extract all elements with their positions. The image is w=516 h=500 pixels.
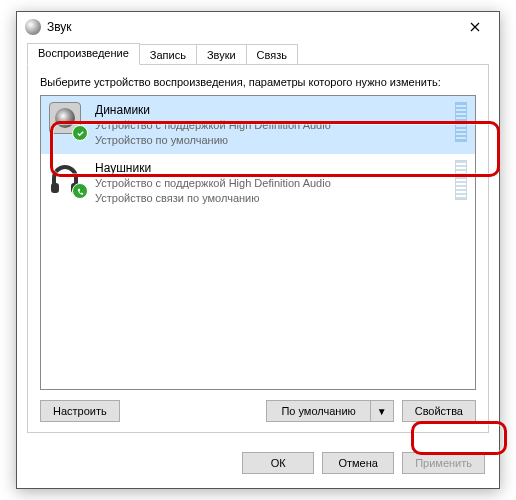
title-bar: Звук xyxy=(17,12,499,42)
tab-playback[interactable]: Воспроизведение xyxy=(27,43,140,65)
tab-communications[interactable]: Связь xyxy=(246,44,298,65)
device-status: Устройство связи по умолчанию xyxy=(95,191,445,206)
set-default-button[interactable]: По умолчанию ▼ xyxy=(266,400,393,422)
dropdown-arrow-icon[interactable]: ▼ xyxy=(371,401,393,421)
device-name: Наушники xyxy=(95,160,445,176)
device-list[interactable]: Динамики Устройство с поддержкой High De… xyxy=(40,95,476,390)
cancel-button[interactable]: Отмена xyxy=(322,452,394,474)
playback-panel: Выберите устройство воспроизведения, пар… xyxy=(27,64,489,433)
panel-button-row: Настроить По умолчанию ▼ Свойства xyxy=(40,400,476,422)
window-title: Звук xyxy=(47,20,455,34)
ok-button[interactable]: ОК xyxy=(242,452,314,474)
device-item-speakers[interactable]: Динамики Устройство с поддержкой High De… xyxy=(41,96,475,154)
properties-button[interactable]: Свойства xyxy=(402,400,476,422)
device-text: Динамики Устройство с поддержкой High De… xyxy=(95,102,445,148)
device-name: Динамики xyxy=(95,102,445,118)
sound-dialog: Звук Воспроизведение Запись Звуки Связь … xyxy=(16,11,500,489)
close-button[interactable] xyxy=(455,13,495,41)
speaker-icon xyxy=(49,102,85,138)
close-icon xyxy=(470,22,480,32)
set-default-label: По умолчанию xyxy=(267,401,370,421)
default-comm-icon xyxy=(72,183,88,199)
device-item-headphones[interactable]: Наушники Устройство с поддержкой High De… xyxy=(41,154,475,212)
instruction-text: Выберите устройство воспроизведения, пар… xyxy=(40,75,476,89)
device-status: Устройство по умолчанию xyxy=(95,133,445,148)
tab-sounds[interactable]: Звуки xyxy=(196,44,247,65)
tab-strip: Воспроизведение Запись Звуки Связь xyxy=(17,44,499,65)
configure-button[interactable]: Настроить xyxy=(40,400,120,422)
apply-button[interactable]: Применить xyxy=(402,452,485,474)
dialog-footer: ОК Отмена Применить xyxy=(17,442,499,488)
level-meter xyxy=(455,102,467,142)
device-driver: Устройство с поддержкой High Definition … xyxy=(95,118,445,133)
tab-recording[interactable]: Запись xyxy=(139,44,197,65)
device-driver: Устройство с поддержкой High Definition … xyxy=(95,176,445,191)
sound-app-icon xyxy=(25,19,41,35)
default-check-icon xyxy=(72,125,88,141)
device-text: Наушники Устройство с поддержкой High De… xyxy=(95,160,445,206)
level-meter xyxy=(455,160,467,200)
headphone-icon xyxy=(49,160,85,196)
